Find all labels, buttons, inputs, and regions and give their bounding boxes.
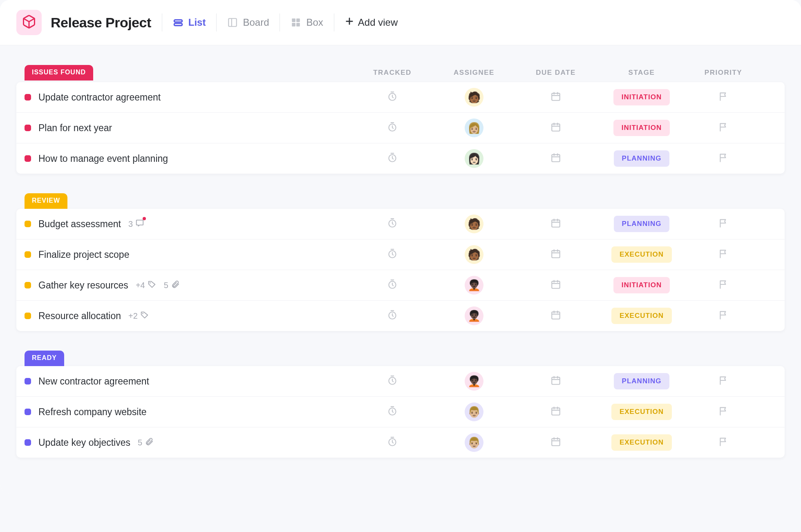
priority-cell[interactable] [687,310,760,322]
status-dot [25,251,31,258]
tracked-cell[interactable] [351,406,433,418]
task-title: Budget assessment [38,219,121,230]
tracked-cell[interactable] [351,248,433,261]
due-date-cell[interactable] [515,152,597,165]
due-date-cell[interactable] [515,436,597,449]
priority-cell[interactable] [687,218,760,230]
group-label-issues[interactable]: ISSUES FOUND [25,65,93,80]
task-row[interactable]: Gather key resources+45🧑🏿‍🦱INITIATION [16,270,785,300]
group-label-ready[interactable]: READY [25,351,64,366]
due-date-cell[interactable] [515,122,597,134]
tracked-cell[interactable] [351,91,433,103]
stage-cell[interactable]: EXECUTION [597,246,687,263]
stage-cell[interactable]: EXECUTION [597,308,687,324]
assignee-cell[interactable]: 👨🏼 [433,402,515,421]
col-assignee: ASSIGNEE [433,69,515,77]
task-list-review: Budget assessment3🧑🏾PLANNINGFinalize pro… [16,209,785,331]
stage-cell[interactable]: EXECUTION [597,434,687,451]
view-tab-board[interactable]: Board [227,17,269,28]
add-view-label: Add view [358,17,398,28]
col-tracked: TRACKED [351,69,433,77]
assignee-cell[interactable]: 🧑🏿‍🦱 [433,372,515,391]
task-row[interactable]: New contractor agreement🧑🏿‍🦱PLANNING [16,366,785,396]
due-date-cell[interactable] [515,375,597,387]
assignee-cell[interactable]: 🧑🏾 [433,245,515,264]
comments-meta[interactable]: 3 [128,219,144,230]
paperclip-icon [171,280,180,291]
tags-meta[interactable]: +2 [128,311,149,322]
attachments-meta[interactable]: 5 [164,280,180,291]
task-row[interactable]: Budget assessment3🧑🏾PLANNING [16,209,785,239]
due-date-cell[interactable] [515,279,597,291]
tracked-cell[interactable] [351,375,433,387]
view-tab-list[interactable]: List [173,17,206,28]
stage-badge: EXECUTION [611,246,672,263]
stage-cell[interactable]: PLANNING [597,150,687,167]
project-title: Release Project [51,15,151,31]
due-date-cell[interactable] [515,248,597,261]
divider [216,13,217,31]
task-main: Resource allocation+2 [25,311,351,322]
calendar-icon [550,375,561,387]
priority-cell[interactable] [687,91,760,103]
calendar-icon [550,310,561,322]
stage-badge: EXECUTION [611,434,672,451]
priority-cell[interactable] [687,248,760,261]
assignee-cell[interactable]: 👩🏻 [433,149,515,168]
assignee-cell[interactable]: 🧑🏾 [433,88,515,107]
tracked-cell[interactable] [351,122,433,134]
svg-rect-5 [292,18,296,22]
task-title: Refresh company website [38,407,147,418]
task-row[interactable]: Finalize project scope🧑🏾EXECUTION [16,239,785,270]
stage-cell[interactable]: PLANNING [597,373,687,389]
stage-cell[interactable]: INITIATION [597,89,687,105]
priority-cell[interactable] [687,279,760,291]
task-row[interactable]: Plan for next year👩🏼INITIATION [16,112,785,143]
priority-cell[interactable] [687,152,760,165]
group-label-review[interactable]: REVIEW [25,193,67,209]
stage-cell[interactable]: EXECUTION [597,404,687,420]
priority-cell[interactable] [687,375,760,387]
due-date-cell[interactable] [515,218,597,230]
tracked-cell[interactable] [351,152,433,165]
flag-icon [718,248,729,261]
view-tab-box[interactable]: Box [291,17,323,28]
due-date-cell[interactable] [515,406,597,418]
timer-icon [387,152,398,165]
timer-icon [387,406,398,418]
tracked-cell[interactable] [351,436,433,449]
col-due: DUE DATE [515,69,597,77]
stage-cell[interactable]: INITIATION [597,277,687,293]
tags-count: +2 [128,311,138,321]
attachments-meta[interactable]: 5 [138,437,154,448]
assignee-cell[interactable]: 🧑🏿‍🦱 [433,276,515,295]
assignee-cell[interactable]: 👨🏼 [433,433,515,452]
comment-icon [135,219,144,230]
flag-icon [718,279,729,291]
task-row[interactable]: Resource allocation+2🧑🏿‍🦱EXECUTION [16,300,785,331]
due-date-cell[interactable] [515,310,597,322]
task-row[interactable]: How to manage event planning👩🏻PLANNING [16,143,785,174]
add-view-button[interactable]: Add view [345,17,398,28]
task-row[interactable]: Update key objectives5👨🏼EXECUTION [16,427,785,458]
flag-icon [718,218,729,230]
priority-cell[interactable] [687,406,760,418]
tracked-cell[interactable] [351,218,433,230]
priority-cell[interactable] [687,436,760,449]
task-main: Gather key resources+45 [25,280,351,291]
task-list-ready: New contractor agreement🧑🏿‍🦱PLANNINGRefr… [16,366,785,458]
tracked-cell[interactable] [351,279,433,291]
task-row[interactable]: Update contractor agreement🧑🏾INITIATION [16,82,785,112]
task-row[interactable]: Refresh company website👨🏼EXECUTION [16,396,785,427]
tags-meta[interactable]: +4 [136,280,157,291]
assignee-cell[interactable]: 🧑🏾 [433,215,515,233]
priority-cell[interactable] [687,122,760,134]
stage-cell[interactable]: INITIATION [597,120,687,136]
stage-cell[interactable]: PLANNING [597,216,687,232]
assignee-cell[interactable]: 👩🏼 [433,118,515,137]
avatar: 👨🏼 [465,433,483,452]
due-date-cell[interactable] [515,91,597,103]
assignee-cell[interactable]: 🧑🏿‍🦱 [433,306,515,325]
avatar: 👩🏼 [465,118,483,137]
tracked-cell[interactable] [351,310,433,322]
